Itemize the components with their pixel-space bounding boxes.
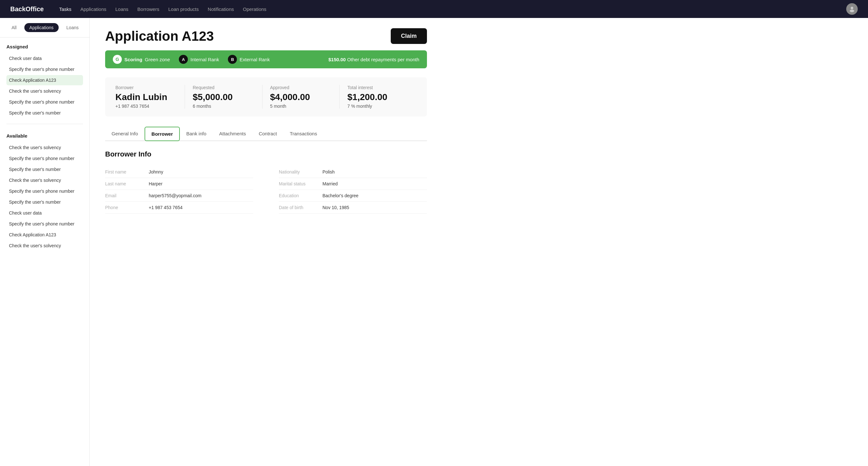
field-phone-value: +1 987 453 7654: [149, 205, 183, 210]
scoring-zone: Green zone: [145, 57, 170, 62]
summary-requested-value: $5,000.00: [193, 92, 254, 102]
summary-interest-label: Total interest: [347, 85, 409, 90]
page-header: Application A123 Claim: [105, 28, 427, 44]
tab-general-info[interactable]: General Info: [105, 127, 145, 141]
top-navigation: BackOffice Tasks Applications Loans Borr…: [0, 0, 868, 18]
field-dob-value: Nov 10, 1985: [322, 205, 349, 210]
nav-borrowers[interactable]: Borrowers: [137, 6, 159, 12]
nav-tasks[interactable]: Tasks: [59, 6, 71, 12]
internal-rank-label: Internal Rank: [190, 57, 219, 62]
svg-point-1: [850, 10, 854, 12]
nav-loan-products[interactable]: Loan products: [168, 6, 199, 12]
external-rank-badge: B: [228, 55, 237, 64]
summary-interest: Total interest $1,200.00 7 % monthly: [340, 85, 417, 109]
tab-attachments[interactable]: Attachments: [213, 127, 252, 141]
field-firstname: First name Johnny: [105, 166, 253, 178]
summary-borrower-value: Kadin Lubin: [115, 92, 177, 102]
summary-approved-value: $4,000.00: [270, 92, 332, 102]
field-marital-value: Married: [322, 181, 338, 186]
field-firstname-value: Johnny: [149, 169, 163, 174]
field-education-label: Education: [279, 193, 317, 198]
tab-contract[interactable]: Contract: [252, 127, 283, 141]
scoring-banner: G Scoring Green zone A Internal Rank B E…: [105, 50, 427, 68]
scoring-label: G Scoring Green zone: [113, 55, 170, 64]
borrower-info-section: Borrower Info First name Johnny Last nam…: [105, 150, 427, 213]
main-content: Application A123 Claim G Scoring Green z…: [90, 18, 868, 466]
field-lastname-label: Last name: [105, 181, 144, 186]
summary-requested: Requested $5,000.00 6 months: [185, 85, 262, 109]
borrower-info-title: Borrower Info: [105, 150, 427, 158]
sidebar-tab-loans[interactable]: Loans: [61, 23, 84, 32]
summary-interest-sub: 7 % monthly: [347, 104, 409, 109]
external-rank: B External Rank: [228, 55, 270, 64]
nav-links: Tasks Applications Loans Borrowers Loan …: [59, 6, 836, 12]
list-item[interactable]: Specify the user's number: [6, 197, 83, 207]
field-phone: Phone +1 987 453 7654: [105, 202, 253, 213]
debt-amount: $150.00: [328, 57, 345, 62]
summary-approved-label: Approved: [270, 85, 332, 90]
internal-rank-badge: A: [179, 55, 188, 64]
list-item[interactable]: Specify the user's number: [6, 164, 83, 174]
list-item[interactable]: Specify the user's phone number: [6, 219, 83, 229]
nav-applications[interactable]: Applications: [81, 6, 106, 12]
list-item[interactable]: Check the user's solvency: [6, 240, 83, 251]
list-item[interactable]: Check the user's solvency: [6, 142, 83, 153]
nav-notifications[interactable]: Notifications: [208, 6, 234, 12]
field-education-value: Bachelor's degree: [322, 193, 359, 198]
sidebar-tab-applications[interactable]: Applications: [24, 23, 59, 32]
field-nationality: Nationality Polish: [279, 166, 427, 178]
summary-requested-label: Requested: [193, 85, 254, 90]
brand-logo: BackOffice: [10, 5, 44, 13]
sidebar: All Applications Loans Assigned Check us…: [0, 18, 90, 466]
scoring-text: Scoring: [124, 57, 142, 62]
field-email-label: Email: [105, 193, 144, 198]
list-item[interactable]: Check Application A123: [6, 75, 83, 85]
summary-approved-sub: 5 month: [270, 104, 332, 109]
tab-transactions[interactable]: Transactions: [283, 127, 323, 141]
field-nationality-label: Nationality: [279, 169, 317, 174]
internal-rank: A Internal Rank: [179, 55, 219, 64]
sidebar-tabs: All Applications Loans: [0, 18, 89, 37]
nav-loans[interactable]: Loans: [115, 6, 128, 12]
summary-interest-value: $1,200.00: [347, 92, 409, 102]
summary-approved: Approved $4,000.00 5 month: [262, 85, 340, 109]
list-item[interactable]: Check the user's solvency: [6, 175, 83, 185]
summary-borrower: Borrower Kadin Lubin +1 987 453 7654: [115, 85, 185, 109]
list-item[interactable]: Specify the user's phone number: [6, 64, 83, 75]
list-item[interactable]: Specify the user's phone number: [6, 153, 83, 164]
field-marital-label: Marital status: [279, 181, 317, 186]
scoring-g-icon: G: [113, 55, 122, 64]
field-lastname: Last name Harper: [105, 178, 253, 190]
field-firstname-label: First name: [105, 169, 144, 174]
tab-borrower[interactable]: Borrower: [145, 127, 180, 141]
content-tabs: General Info Borrower Bank info Attachme…: [105, 127, 427, 141]
available-title: Available: [6, 133, 83, 139]
field-education: Education Bachelor's degree: [279, 190, 427, 202]
sidebar-divider: [6, 124, 83, 124]
external-rank-label: External Rank: [240, 57, 270, 62]
list-item[interactable]: Specify the user's number: [6, 108, 83, 118]
list-item[interactable]: Check Application A123: [6, 230, 83, 240]
list-item[interactable]: Check user data: [6, 53, 83, 63]
list-item[interactable]: Specify the user's phone number: [6, 97, 83, 107]
nav-operations[interactable]: Operations: [243, 6, 266, 12]
tab-bank-info[interactable]: Bank info: [180, 127, 213, 141]
field-marital-status: Marital status Married: [279, 178, 427, 190]
avatar[interactable]: [846, 3, 858, 15]
available-section: Available Check the user's solvency Spec…: [0, 127, 89, 254]
borrower-left-fields: First name Johnny Last name Harper Email…: [105, 166, 253, 213]
list-item[interactable]: Check user data: [6, 208, 83, 218]
summary-row: Borrower Kadin Lubin +1 987 453 7654 Req…: [105, 77, 427, 116]
assigned-title: Assigned: [6, 44, 83, 49]
claim-button[interactable]: Claim: [391, 28, 427, 44]
sidebar-tab-all[interactable]: All: [6, 23, 22, 32]
debt-info: $150.00 Other debt repayments per month: [328, 57, 419, 62]
field-phone-label: Phone: [105, 205, 144, 210]
debt-desc-text: Other debt repayments per month: [347, 57, 419, 62]
list-item[interactable]: Check the user's solvency: [6, 86, 83, 96]
summary-borrower-sub: +1 987 453 7654: [115, 104, 177, 109]
svg-point-0: [851, 7, 853, 9]
assigned-section: Assigned Check user data Specify the use…: [0, 37, 89, 121]
list-item[interactable]: Specify the user's phone number: [6, 186, 83, 196]
field-lastname-value: Harper: [149, 181, 162, 186]
